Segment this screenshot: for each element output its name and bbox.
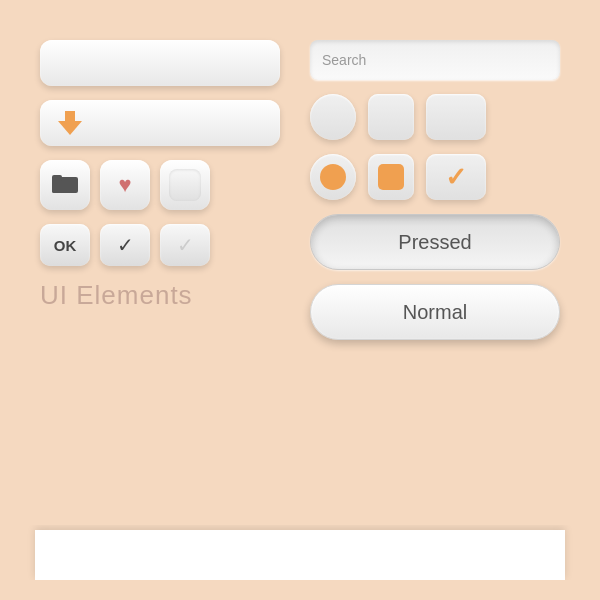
checkmark-dark-button[interactable]: ✓ bbox=[100, 224, 150, 266]
rounded-square-button[interactable] bbox=[160, 160, 210, 210]
selected-controls-row: ✓ bbox=[310, 154, 560, 200]
radio-button-unselected[interactable] bbox=[310, 94, 356, 140]
ok-button[interactable]: OK bbox=[40, 224, 90, 266]
checkbox-inner-square bbox=[378, 164, 404, 190]
ok-buttons-row: OK ✓ ✓ bbox=[40, 224, 280, 266]
checkmark-orange-icon: ✓ bbox=[445, 162, 467, 193]
left-column: ♥ OK ✓ ✓ UI Elements bbox=[40, 40, 300, 560]
folder-icon bbox=[52, 171, 78, 199]
download-button[interactable] bbox=[40, 100, 280, 146]
checkmark-light-button[interactable]: ✓ bbox=[160, 224, 210, 266]
plain-button[interactable] bbox=[40, 40, 280, 86]
search-placeholder: Search bbox=[322, 52, 366, 68]
checkmark-light-icon: ✓ bbox=[177, 233, 194, 257]
checkbox-unselected[interactable] bbox=[368, 94, 414, 140]
scroll-paper-area bbox=[20, 525, 580, 580]
pressed-button-label: Pressed bbox=[398, 231, 471, 254]
pressed-button[interactable]: Pressed bbox=[310, 214, 560, 270]
checkbox-selected[interactable] bbox=[368, 154, 414, 200]
scroll-paper bbox=[35, 530, 565, 580]
right-column: Search ✓ Pressed Normal bbox=[300, 40, 560, 560]
checkbox-checked[interactable]: ✓ bbox=[426, 154, 486, 200]
normal-button-label: Normal bbox=[403, 301, 467, 324]
svg-rect-2 bbox=[52, 175, 62, 181]
checkbox-wide-unselected[interactable] bbox=[426, 94, 486, 140]
download-arrow-icon bbox=[58, 111, 82, 135]
icon-buttons-row: ♥ bbox=[40, 160, 280, 210]
normal-button[interactable]: Normal bbox=[310, 284, 560, 340]
radio-inner-dot bbox=[320, 164, 346, 190]
heart-button[interactable]: ♥ bbox=[100, 160, 150, 210]
checkmark-dark-icon: ✓ bbox=[117, 233, 134, 257]
folder-button[interactable] bbox=[40, 160, 90, 210]
rounded-square-icon bbox=[169, 169, 201, 201]
search-input[interactable]: Search bbox=[310, 40, 560, 80]
radio-button-selected[interactable] bbox=[310, 154, 356, 200]
ok-label: OK bbox=[54, 237, 77, 254]
unselected-controls-row bbox=[310, 94, 560, 140]
heart-icon: ♥ bbox=[118, 172, 131, 198]
ui-elements-label: UI Elements bbox=[40, 280, 280, 311]
